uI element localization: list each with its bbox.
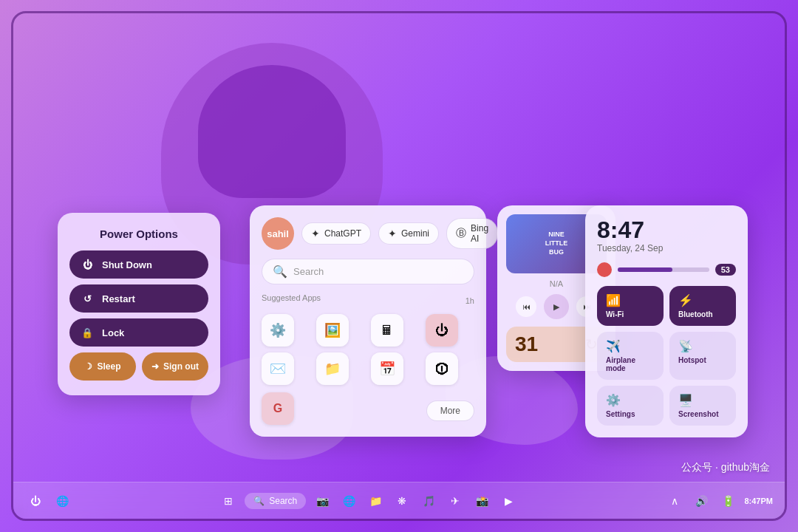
play-button[interactable]: ▶ bbox=[544, 294, 569, 319]
taskbar-battery-icon[interactable]: 🔋 bbox=[717, 491, 738, 511]
suggested-apps-section: Suggested Apps 1h ⚙️ 🖼️ 🖩 ⏻ ✉️ 📁 📅 ⏼ bbox=[262, 293, 474, 385]
volume-fill bbox=[618, 267, 672, 272]
bluetooth-icon: ⚡ bbox=[678, 293, 727, 307]
more-button[interactable]: More bbox=[426, 400, 474, 421]
ql-header: sahil ✦ ChatGPT ✦ Gemini Ⓑ Bing AI bbox=[262, 217, 474, 250]
time-label: 1h bbox=[466, 296, 474, 305]
power-options-panel: Power Options ⏻ Shut Down ↺ Restart 🔒 Lo… bbox=[58, 213, 220, 395]
signout-icon: ➜ bbox=[151, 361, 159, 372]
taskbar-right: ∧ 🔊 🔋 8:47PM bbox=[664, 491, 773, 511]
screen: Power Options ⏻ Shut Down ↺ Restart 🔒 Lo… bbox=[11, 11, 787, 521]
quick-settings-grid: 📶 Wi-Fi ⚡ Bluetooth ✈️ Airplane mode 📡 H… bbox=[597, 286, 736, 426]
prev-button[interactable]: ⏮ bbox=[516, 296, 536, 317]
taskbar: ⏻ 🌐 ⊞ 🔍 Search 📷 🌐 📁 ❋ 🎵 ✈ 📸 ▶ ∧ 🔊 🔋 8:4… bbox=[13, 482, 785, 519]
restart-button[interactable]: ↺ Restart bbox=[69, 284, 208, 313]
app-calendar[interactable]: 📅 bbox=[371, 352, 403, 385]
taskbar-search-bar[interactable]: 🔍 Search bbox=[245, 493, 306, 509]
sleep-icon: ☽ bbox=[84, 361, 92, 372]
sleep-button[interactable]: ☽ Sleep bbox=[69, 352, 136, 381]
app-files[interactable]: 📁 bbox=[316, 352, 349, 385]
airplane-tile[interactable]: ✈️ Airplane mode bbox=[597, 332, 664, 380]
taskbar-spotify-icon[interactable]: 🎵 bbox=[418, 491, 439, 511]
taskbar-camera-icon[interactable]: 📷 bbox=[312, 491, 332, 511]
taskbar-time: 8:47PM bbox=[744, 497, 773, 505]
volume-badge: 53 bbox=[715, 264, 736, 276]
gemini-button[interactable]: ✦ Gemini bbox=[378, 222, 439, 245]
app-photos[interactable]: 🖼️ bbox=[316, 314, 349, 347]
volume-track[interactable] bbox=[618, 267, 709, 272]
taskbar-left: ⏻ 🌐 bbox=[25, 491, 72, 511]
taskbar-instagram-icon[interactable]: 📸 bbox=[471, 491, 492, 511]
quick-launch-panel: sahil ✦ ChatGPT ✦ Gemini Ⓑ Bing AI 🔍 Sea… bbox=[250, 205, 486, 437]
restart-icon: ↺ bbox=[80, 291, 95, 306]
signout-button[interactable]: ➜ Sign out bbox=[142, 352, 208, 381]
app-google[interactable]: G bbox=[262, 392, 294, 425]
taskbar-youtube-icon[interactable]: ▶ bbox=[498, 491, 519, 511]
bingai-icon: Ⓑ bbox=[456, 227, 466, 240]
apps-grid: ⚙️ 🖼️ 🖩 ⏻ ✉️ 📁 📅 ⏼ bbox=[262, 314, 474, 385]
suggested-apps-label: Suggested Apps bbox=[262, 293, 321, 302]
settings-tile[interactable]: ⚙️ Settings bbox=[597, 386, 664, 426]
clock-time: 8:47 bbox=[597, 217, 736, 243]
app-mail[interactable]: ✉️ bbox=[262, 352, 294, 385]
timer-number: 31 bbox=[515, 332, 538, 356]
app-power[interactable]: ⏻ bbox=[426, 314, 458, 347]
taskbar-chevron-icon[interactable]: ∧ bbox=[664, 491, 685, 511]
power-options-title: Power Options bbox=[69, 228, 208, 240]
album-text: NINE LITTLE BUG bbox=[542, 228, 571, 259]
hotspot-tile[interactable]: 📡 Hotspot bbox=[669, 332, 736, 380]
taskbar-edge-icon[interactable]: 🌐 bbox=[338, 491, 359, 511]
taskbar-search-label: Search bbox=[269, 496, 297, 506]
wifi-icon: 📶 bbox=[606, 293, 655, 307]
settings-icon: ⚙️ bbox=[606, 393, 655, 407]
clock-date: Tuesday, 24 Sep bbox=[597, 243, 736, 253]
taskbar-telegram-icon[interactable]: ✈ bbox=[445, 491, 466, 511]
screenshot-icon: 🖥️ bbox=[678, 393, 727, 407]
volume-slider-row: 53 bbox=[597, 262, 736, 277]
watermark: 公众号 · github淘金 bbox=[681, 461, 770, 474]
taskbar-start-icon[interactable]: ⊞ bbox=[218, 491, 239, 511]
screenshot-tile[interactable]: 🖥️ Screenshot bbox=[669, 386, 736, 426]
wifi-tile[interactable]: 📶 Wi-Fi bbox=[597, 286, 664, 326]
gemini-icon: ✦ bbox=[388, 228, 397, 239]
bluetooth-tile[interactable]: ⚡ Bluetooth bbox=[669, 286, 736, 326]
taskbar-browser-icon[interactable]: 🌐 bbox=[52, 491, 72, 511]
quick-launch-search[interactable]: 🔍 Search bbox=[262, 259, 474, 284]
search-icon: 🔍 bbox=[253, 496, 265, 506]
bingai-button[interactable]: Ⓑ Bing AI bbox=[446, 218, 498, 249]
wallpaper-decoration-2 bbox=[198, 65, 346, 198]
taskbar-files-icon[interactable]: 📁 bbox=[365, 491, 386, 511]
taskbar-power-icon[interactable]: ⏻ bbox=[25, 491, 46, 511]
taskbar-center: ⊞ 🔍 Search 📷 🌐 📁 ❋ 🎵 ✈ 📸 ▶ bbox=[84, 491, 652, 511]
taskbar-volume-icon[interactable]: 🔊 bbox=[691, 491, 712, 511]
app-settings[interactable]: ⚙️ bbox=[262, 314, 294, 347]
power-bottom-row: ☽ Sleep ➜ Sign out bbox=[69, 352, 208, 381]
app-shutdown2[interactable]: ⏼ bbox=[426, 352, 458, 385]
lock-button[interactable]: 🔒 Lock bbox=[69, 318, 208, 347]
shutdown-button[interactable]: ⏻ Shut Down bbox=[69, 250, 208, 279]
more-apps-section: More bbox=[426, 400, 474, 421]
volume-dot bbox=[597, 262, 612, 277]
shutdown-icon: ⏻ bbox=[80, 257, 95, 272]
lock-icon: 🔒 bbox=[80, 325, 95, 340]
quick-settings-panel: 8:47 Tuesday, 24 Sep 53 📶 Wi-Fi ⚡ Blueto… bbox=[585, 205, 748, 437]
chatgpt-icon: ✦ bbox=[311, 228, 320, 239]
airplane-icon: ✈️ bbox=[606, 339, 655, 353]
chatgpt-button[interactable]: ✦ ChatGPT bbox=[301, 222, 371, 245]
app-calculator[interactable]: 🖩 bbox=[371, 314, 403, 347]
hotspot-icon: 📡 bbox=[678, 339, 727, 353]
taskbar-puzzle-icon[interactable]: ❋ bbox=[392, 491, 412, 511]
user-avatar[interactable]: sahil bbox=[262, 217, 294, 250]
search-icon: 🔍 bbox=[273, 265, 287, 279]
